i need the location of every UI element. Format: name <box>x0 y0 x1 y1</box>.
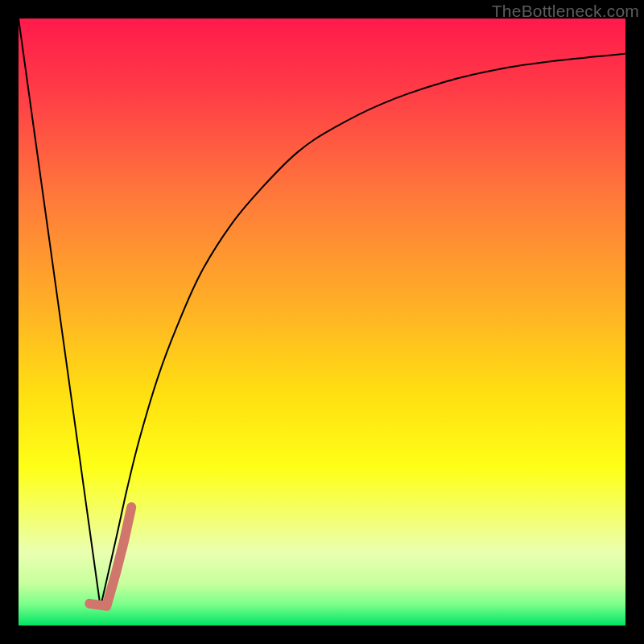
chart-frame: TheBottleneck.com <box>0 0 644 644</box>
bottleneck-chart <box>19 19 625 625</box>
watermark-text: TheBottleneck.com <box>492 2 639 21</box>
plot-area <box>19 19 625 625</box>
gradient-background <box>19 19 625 625</box>
